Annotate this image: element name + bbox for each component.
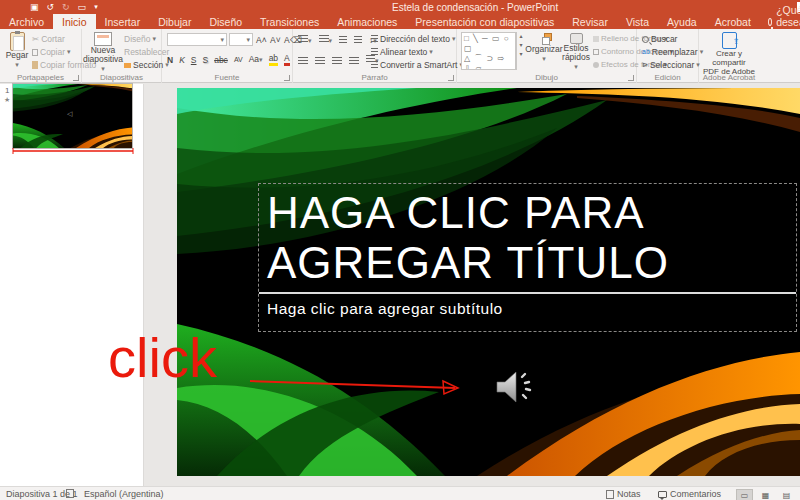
increase-font-button[interactable]: A˄ bbox=[256, 35, 267, 45]
cut-button[interactable]: ✂ Cortar bbox=[32, 34, 65, 44]
replace-label: Reemplazar bbox=[652, 47, 698, 57]
undo-icon[interactable]: ↺ bbox=[47, 2, 55, 12]
convert-smartart-button[interactable]: Convertir a SmartArt▾ bbox=[371, 60, 463, 70]
paste-label: Pegar bbox=[6, 51, 29, 60]
strikethrough-button[interactable]: abc bbox=[214, 55, 228, 65]
tab-dibujar[interactable]: Dibujar bbox=[149, 14, 200, 29]
arrange-dropdown-icon: ▾ bbox=[542, 54, 546, 63]
font-size-select[interactable]: ▾ bbox=[229, 33, 253, 46]
text-shadow-button[interactable]: S bbox=[202, 55, 208, 65]
create-pdf-button[interactable]: Crear y compartir PDF de Adobe bbox=[702, 32, 756, 76]
paragraph-dialog-launcher[interactable] bbox=[448, 75, 454, 81]
character-spacing-button[interactable]: AV bbox=[234, 55, 243, 65]
group-acrobat: Crear y compartir PDF de Adobe Adobe Acr… bbox=[699, 29, 759, 83]
tab-inicio[interactable]: Inicio bbox=[53, 14, 96, 29]
tab-vista[interactable]: Vista bbox=[617, 14, 658, 29]
editing-group-label: Edición bbox=[637, 73, 698, 82]
numbering-button[interactable]: ▾ bbox=[319, 35, 333, 46]
format-painter-icon bbox=[32, 61, 38, 69]
view-switcher: ▭ ▦ ▤ bbox=[736, 489, 795, 500]
shapes-gallery[interactable]: □ ╲ ─ ▭ ○ ▢ △ ⌒ ⊃ ⇨ ⇩ ▱ ☆ ⌇ ( ) ✶ bbox=[461, 32, 516, 70]
annotation-click-text: click bbox=[108, 328, 217, 388]
font-name-select[interactable]: ▾ bbox=[167, 33, 227, 46]
align-center-button[interactable] bbox=[315, 57, 325, 65]
slide-canvas[interactable]: HAGA CLIC PARA AGREGAR TÍTULO Haga clic … bbox=[177, 88, 800, 476]
highlight-color-button[interactable]: ab bbox=[269, 53, 278, 66]
slide-sorter-view-button[interactable]: ▦ bbox=[757, 489, 774, 500]
paste-button[interactable]: Pegar ▾ bbox=[4, 32, 30, 69]
arrange-button[interactable]: Organizar ▾ bbox=[527, 33, 561, 63]
customize-qat-icon[interactable]: ▾ bbox=[94, 2, 98, 12]
drawing-dialog-launcher[interactable] bbox=[628, 75, 634, 81]
slide-subtitle-text[interactable]: Haga clic para agregar subtítulo bbox=[267, 300, 503, 318]
language-indicator[interactable]: Español (Argentina) bbox=[84, 489, 164, 499]
audio-speaker-icon[interactable] bbox=[492, 366, 534, 408]
bullets-button[interactable]: ▾ bbox=[298, 35, 312, 46]
tab-acrobat[interactable]: Acrobat bbox=[706, 14, 760, 29]
align-text-button[interactable]: Alinear texto▾ bbox=[371, 47, 433, 57]
arrange-label: Organizar bbox=[525, 45, 562, 54]
title-placeholder[interactable]: HAGA CLIC PARA AGREGAR TÍTULO Haga clic … bbox=[258, 183, 797, 332]
ribbon-tab-bar: Archivo Inicio Insertar Dibujar Diseño T… bbox=[0, 14, 800, 29]
underline-button[interactable]: S bbox=[191, 55, 197, 65]
language-label: Español (Argentina) bbox=[84, 489, 164, 499]
tab-insertar[interactable]: Insertar bbox=[96, 14, 150, 29]
tab-diseno[interactable]: Diseño bbox=[200, 14, 251, 29]
tab-ayuda[interactable]: Ayuda bbox=[658, 14, 706, 29]
tell-me-search[interactable]: ¿Qué desea hacer? bbox=[760, 14, 800, 29]
normal-view-button[interactable]: ▭ bbox=[736, 489, 753, 500]
tab-transiciones[interactable]: Transiciones bbox=[251, 14, 328, 29]
align-right-button[interactable] bbox=[332, 57, 342, 65]
tab-presentacion[interactable]: Presentación con diapositivas bbox=[406, 14, 563, 29]
replace-button[interactable]: ab Reemplazar▾ bbox=[642, 47, 703, 57]
quick-styles-button[interactable]: Estilos rápidos ▾ bbox=[561, 33, 591, 71]
copy-button[interactable]: Copiar ▾ bbox=[32, 47, 71, 57]
thumbnail-index: 1 ★ bbox=[4, 86, 10, 104]
find-button[interactable]: Buscar bbox=[642, 34, 677, 44]
comments-button[interactable]: Comentarios bbox=[658, 489, 721, 499]
scissors-icon: ✂ bbox=[32, 34, 39, 44]
slide-1-thumbnail[interactable]: ◁ bbox=[13, 84, 132, 148]
save-icon[interactable]: ▣ bbox=[30, 2, 39, 12]
shapes-scroll-up-icon[interactable]: ▴ bbox=[517, 32, 525, 41]
redo-icon[interactable]: ↻ bbox=[62, 2, 70, 12]
text-direction-button[interactable]: Dirección del texto▾ bbox=[371, 34, 455, 44]
decrease-indent-button[interactable] bbox=[339, 36, 347, 46]
shapes-more-icon[interactable]: ▾ bbox=[517, 50, 525, 59]
thumbnail-speaker-icon: ◁ bbox=[67, 110, 72, 118]
slide-title-text[interactable]: HAGA CLIC PARA AGREGAR TÍTULO bbox=[267, 188, 787, 288]
decrease-font-button[interactable]: A˅ bbox=[270, 35, 281, 45]
reading-view-button[interactable]: ▤ bbox=[778, 489, 795, 500]
align-text-icon bbox=[371, 48, 378, 56]
shapes-scroll-down-icon[interactable]: ▾ bbox=[517, 41, 525, 50]
notes-button[interactable]: Notas bbox=[606, 489, 641, 499]
start-presentation-icon[interactable]: ▭ bbox=[78, 2, 87, 12]
group-clipboard: Pegar ▾ ✂ Cortar Copiar ▾ Copiar formato… bbox=[0, 29, 82, 83]
group-editing: Buscar ab Reemplazar▾ ⊳ Seleccionar▾ Edi… bbox=[637, 29, 699, 83]
reading-view-icon: ▤ bbox=[783, 491, 791, 500]
select-label: Seleccionar bbox=[650, 60, 694, 70]
new-slide-label-2: diapositiva ▾ bbox=[83, 55, 123, 73]
tab-animaciones[interactable]: Animaciones bbox=[328, 14, 406, 29]
tab-archivo[interactable]: Archivo bbox=[0, 14, 53, 29]
accessibility-icon[interactable] bbox=[66, 489, 74, 498]
align-text-dropdown-icon: ▾ bbox=[429, 47, 433, 57]
shapes-scrollbar[interactable]: ▴ ▾ ▾ bbox=[516, 32, 525, 70]
justify-button[interactable] bbox=[349, 57, 359, 65]
new-slide-button[interactable]: Nueva diapositiva ▾ bbox=[84, 32, 122, 73]
bold-button[interactable]: N bbox=[167, 55, 173, 65]
select-button[interactable]: ⊳ Seleccionar▾ bbox=[642, 60, 700, 70]
paragraph-group-label: Párrafo bbox=[293, 73, 456, 82]
tab-revisar[interactable]: Revisar bbox=[563, 14, 617, 29]
increase-indent-button[interactable] bbox=[354, 36, 362, 46]
clipboard-dialog-launcher[interactable] bbox=[73, 75, 79, 81]
change-case-button[interactable]: Aa▾ bbox=[249, 54, 263, 65]
italic-button[interactable]: K bbox=[179, 55, 185, 65]
layout-dropdown-icon: ▾ bbox=[152, 34, 156, 44]
shape-outline-icon bbox=[593, 49, 599, 55]
find-label: Buscar bbox=[651, 34, 677, 44]
font-dialog-launcher[interactable] bbox=[284, 75, 290, 81]
align-left-button[interactable] bbox=[298, 57, 308, 65]
layout-button[interactable]: Diseño ▾ bbox=[124, 34, 156, 44]
font-color-button[interactable]: A bbox=[284, 53, 290, 66]
